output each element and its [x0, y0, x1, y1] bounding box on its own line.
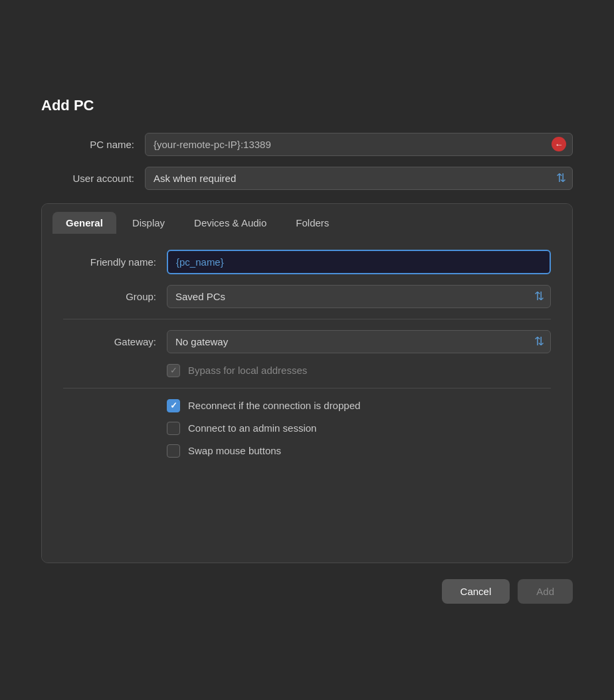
user-account-label: User account: — [41, 173, 134, 184]
tab-general[interactable]: General — [52, 212, 116, 234]
tabs-bar: General Display Devices & Audio Folders — [42, 204, 572, 234]
add-button[interactable]: Add — [518, 579, 573, 604]
group-select[interactable]: Saved PCs — [167, 285, 551, 308]
dialog-footer: Cancel Add — [41, 579, 573, 604]
spacer — [63, 467, 551, 547]
reconnect-label: Reconnect if the connection is dropped — [188, 400, 360, 411]
tab-display[interactable]: Display — [119, 212, 178, 234]
pc-name-value: {your-remote-pc-IP}:13389 — [154, 139, 271, 150]
group-value: Saved PCs — [175, 291, 225, 302]
gateway-label: Gateway: — [63, 336, 156, 347]
clear-pc-name-button[interactable]: ← — [552, 137, 566, 151]
admin-session-label: Connect to an admin session — [188, 422, 316, 434]
user-account-row: User account: Ask when required ⇅ — [41, 167, 573, 190]
swap-mouse-checkbox[interactable] — [167, 444, 180, 458]
group-row: Group: Saved PCs ⇅ — [63, 285, 551, 308]
dialog-title: Add PC — [41, 97, 573, 114]
divider-1 — [63, 319, 551, 319]
gateway-row: Gateway: No gateway ⇅ — [63, 330, 551, 353]
group-label: Group: — [63, 291, 156, 302]
pc-name-label: PC name: — [41, 139, 134, 150]
pc-name-input-wrapper: {your-remote-pc-IP}:13389 ← — [145, 133, 573, 156]
friendly-name-label: Friendly name: — [63, 256, 156, 268]
user-account-value: Ask when required — [154, 173, 236, 184]
cancel-button[interactable]: Cancel — [442, 579, 510, 604]
general-tab-content: Friendly name: Group: Saved PCs ⇅ Gatewa… — [42, 234, 572, 563]
reconnect-checkbox[interactable] — [167, 399, 180, 412]
friendly-name-row: Friendly name: — [63, 250, 551, 274]
user-account-select[interactable]: Ask when required — [145, 167, 573, 190]
bypass-checkbox[interactable] — [167, 364, 180, 377]
user-account-select-wrapper: Ask when required ⇅ — [145, 167, 573, 190]
tabs-container: General Display Devices & Audio Folders … — [41, 203, 573, 563]
tab-devices-audio[interactable]: Devices & Audio — [181, 212, 280, 234]
friendly-name-input[interactable] — [167, 250, 551, 274]
gateway-value: No gateway — [175, 336, 228, 347]
pc-name-row: PC name: {your-remote-pc-IP}:13389 ← — [41, 133, 573, 156]
admin-session-row: Connect to an admin session — [63, 422, 551, 435]
gateway-select-wrapper: No gateway ⇅ — [167, 330, 551, 353]
group-select-wrapper: Saved PCs ⇅ — [167, 285, 551, 308]
add-pc-dialog: Add PC PC name: {your-remote-pc-IP}:1338… — [15, 76, 599, 625]
admin-session-checkbox[interactable] — [167, 422, 180, 435]
bypass-label: Bypass for local addresses — [188, 365, 307, 376]
swap-mouse-label: Swap mouse buttons — [188, 445, 281, 456]
reconnect-row: Reconnect if the connection is dropped — [63, 399, 551, 412]
bypass-row: Bypass for local addresses — [63, 364, 551, 377]
pc-name-field[interactable]: {your-remote-pc-IP}:13389 ← — [145, 133, 573, 156]
divider-2 — [63, 388, 551, 389]
gateway-select[interactable]: No gateway — [167, 330, 551, 353]
swap-mouse-row: Swap mouse buttons — [63, 444, 551, 458]
tab-folders[interactable]: Folders — [282, 212, 342, 234]
